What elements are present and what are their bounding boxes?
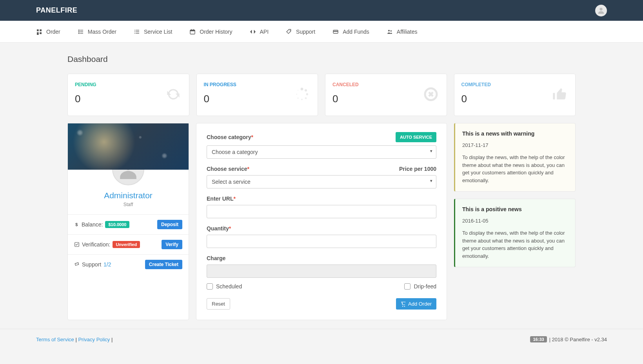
svg-rect-6 xyxy=(80,30,83,30)
add-order-button[interactable]: Add Order xyxy=(396,298,436,310)
svg-rect-19 xyxy=(191,29,192,30)
stat-pending: PENDING 0 xyxy=(67,74,189,116)
check-square-icon xyxy=(74,242,80,247)
support-row: Support 1/2 Create Ticket xyxy=(68,254,189,274)
svg-point-24 xyxy=(388,30,390,31)
svg-rect-8 xyxy=(80,31,83,32)
nav-api[interactable]: API xyxy=(250,29,269,35)
nav-service-list[interactable]: Service List xyxy=(134,29,172,35)
checkbox-icon xyxy=(404,283,411,290)
nav-bar: Order Mass Order Service List Order Hist… xyxy=(0,21,643,43)
checkbox-label: Drip-feed xyxy=(414,283,436,290)
nav-support[interactable]: Support xyxy=(286,29,315,35)
svg-rect-11 xyxy=(134,30,135,30)
svg-rect-13 xyxy=(134,31,135,32)
news-title: This is a positive news xyxy=(462,206,568,212)
news-title: This is a news with warning xyxy=(462,130,568,137)
privacy-link[interactable]: Privacy Policy xyxy=(78,337,110,342)
lines-icon xyxy=(134,29,140,35)
svg-rect-23 xyxy=(333,31,338,32)
svg-point-26 xyxy=(301,88,303,91)
tag-icon xyxy=(286,29,292,35)
svg-rect-14 xyxy=(136,31,139,32)
nav-label: Order xyxy=(46,29,60,35)
charge-label: Charge xyxy=(207,255,436,261)
scheduled-checkbox[interactable]: Scheduled xyxy=(207,283,242,290)
tos-link[interactable]: Terms of Service xyxy=(36,337,74,342)
balance-row: $ Balance: $10.0000 Deposit xyxy=(68,214,189,234)
svg-rect-3 xyxy=(37,32,39,35)
category-label: Choose category* xyxy=(207,134,253,140)
nav-label: Support xyxy=(296,29,315,35)
quantity-label: Quantity* xyxy=(207,225,436,232)
svg-rect-18 xyxy=(190,30,195,31)
footer-copyright: | 2018 © Panelfire - v2.34 xyxy=(549,337,607,342)
svg-point-0 xyxy=(599,7,602,10)
grid-icon xyxy=(36,29,42,35)
footer-time: 16:33 xyxy=(530,336,547,342)
nav-order[interactable]: Order xyxy=(36,29,60,35)
verify-button[interactable]: Verify xyxy=(162,240,182,249)
svg-point-31 xyxy=(297,98,298,99)
order-form-card: Choose category* AUTO SERVICE Choose a c… xyxy=(196,123,447,320)
list-icon xyxy=(78,29,84,35)
support-count[interactable]: 1/2 xyxy=(104,261,111,268)
service-label: Choose service* xyxy=(207,166,249,172)
news-date: 2016-11-05 xyxy=(462,218,568,224)
svg-rect-20 xyxy=(193,29,194,30)
news-column: This is a news with warning 2017-11-17 T… xyxy=(454,123,576,320)
svg-rect-9 xyxy=(78,33,80,34)
cancel-icon xyxy=(423,87,439,103)
footer-links: Terms of Service | Privacy Policy | xyxy=(36,337,113,342)
create-ticket-button[interactable]: Create Ticket xyxy=(145,260,182,269)
news-item-positive: This is a positive news 2016-11-05 To di… xyxy=(454,199,576,267)
news-date: 2017-11-17 xyxy=(462,142,568,148)
calendar-icon xyxy=(189,29,196,35)
ticket-icon xyxy=(74,262,80,267)
nav-label: API xyxy=(260,29,269,35)
svg-point-30 xyxy=(301,99,303,100)
nav-label: Mass Order xyxy=(88,29,116,35)
nav-add-funds[interactable]: Add Funds xyxy=(332,29,369,35)
profile-name[interactable]: Administrator xyxy=(68,191,189,200)
balance-label: Balance: xyxy=(82,221,103,228)
user-avatar[interactable] xyxy=(595,5,607,16)
footer: Terms of Service | Privacy Policy | 16:3… xyxy=(0,329,643,350)
checkbox-icon xyxy=(207,283,213,290)
url-label: Enter URL* xyxy=(207,196,436,202)
deposit-button[interactable]: Deposit xyxy=(157,220,182,229)
checkbox-label: Scheduled xyxy=(216,283,242,290)
svg-rect-7 xyxy=(78,31,80,32)
nav-affiliates[interactable]: Affiliates xyxy=(387,29,418,35)
thumbs-up-icon xyxy=(552,87,567,103)
brand-logo[interactable]: PANELFIRE xyxy=(36,6,77,14)
top-header: PANELFIRE xyxy=(0,0,643,21)
user-icon xyxy=(597,6,605,15)
quantity-input[interactable] xyxy=(207,235,436,248)
category-select[interactable]: Choose a category xyxy=(207,145,436,159)
svg-point-28 xyxy=(306,93,308,95)
svg-point-27 xyxy=(305,89,307,92)
svg-text:$: $ xyxy=(75,222,78,227)
stat-canceled: CANCELED 0 xyxy=(325,74,447,116)
page-title: Dashboard xyxy=(67,54,576,64)
reset-button[interactable]: Reset xyxy=(207,298,230,310)
service-select[interactable]: Select a service xyxy=(207,175,436,188)
nav-order-history[interactable]: Order History xyxy=(189,29,232,35)
news-body: To display the news, with the help of th… xyxy=(462,229,568,260)
svg-point-25 xyxy=(391,30,392,31)
profile-card: Administrator Staff $ Balance: $10.0000 … xyxy=(67,123,189,320)
stats-row: PENDING 0 IN PROGRESS 0 CANCELED 0 COMPL… xyxy=(67,74,576,116)
users-icon xyxy=(387,29,393,35)
auto-service-button[interactable]: AUTO SERVICE xyxy=(396,132,436,142)
url-input[interactable] xyxy=(207,205,436,218)
verification-label: Verification: xyxy=(82,241,110,248)
nav-label: Add Funds xyxy=(343,29,369,35)
dripfeed-checkbox[interactable]: Drip-feed xyxy=(404,283,436,290)
svg-point-21 xyxy=(290,30,291,31)
svg-rect-4 xyxy=(40,32,42,34)
profile-role: Staff xyxy=(68,202,189,214)
nav-mass-order[interactable]: Mass Order xyxy=(78,29,116,35)
charge-input xyxy=(207,264,436,278)
price-label: Price per 1000 xyxy=(399,166,436,172)
